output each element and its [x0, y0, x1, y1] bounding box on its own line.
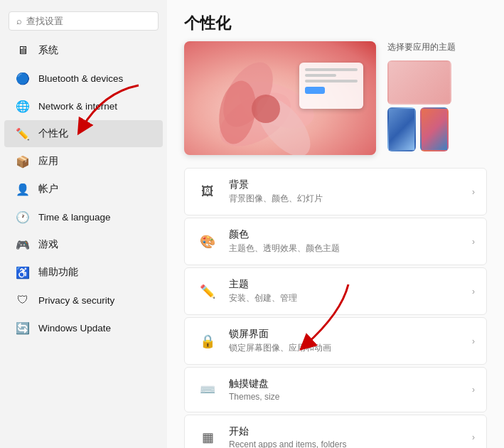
- settings-list: 🖼 背景 背景图像、颜色、幻灯片 › 🎨 颜色 主题色、透明效果、颜色主题 › …: [167, 168, 504, 448]
- svg-point-5: [252, 95, 280, 123]
- accessibility-icon: ♿: [16, 265, 30, 279]
- theme-section: 选择要应用的主题: [167, 41, 504, 155]
- sidebar-item-label-bluetooth: Bluetooth & devices: [38, 73, 123, 84]
- color-chevron: ›: [472, 237, 475, 247]
- gaming-icon: 🎮: [16, 238, 30, 252]
- theme-select-label: 选择要应用的主题: [387, 41, 456, 58]
- touch-text: 触摸键盘 Themes, size: [229, 378, 462, 402]
- touch-chevron: ›: [472, 385, 475, 395]
- bluetooth-icon: 🔵: [16, 71, 30, 85]
- search-input[interactable]: [26, 16, 151, 26]
- settings-item-touch[interactable]: ⌨️ 触摸键盘 Themes, size ›: [184, 367, 487, 412]
- touch-desc: Themes, size: [229, 392, 462, 402]
- touch-title: 触摸键盘: [229, 378, 462, 390]
- sidebar-item-system[interactable]: 🖥 系统: [4, 37, 163, 64]
- lockscreen-text: 锁屏界面 锁定屏幕图像、应用和动画: [229, 328, 462, 354]
- color-text: 颜色 主题色、透明效果、颜色主题: [229, 228, 462, 255]
- touch-icon: ⌨️: [196, 378, 219, 401]
- background-icon: 🖼: [196, 181, 219, 203]
- theme-thumb-row: [387, 107, 456, 151]
- color-icon: 🎨: [196, 230, 219, 253]
- sidebar-item-label-apps: 应用: [38, 155, 58, 168]
- background-text: 背景 背景图像、颜色、幻灯片: [229, 178, 462, 205]
- theme-thumb-3[interactable]: [420, 107, 449, 151]
- settings-item-theme[interactable]: ✏️ 主题 安装、创建、管理 ›: [184, 267, 487, 315]
- window-line-2: [305, 74, 336, 77]
- theme-icon: ✏️: [196, 280, 219, 303]
- window-button: [305, 87, 325, 94]
- start-desc: Recent apps and items, folders: [229, 439, 462, 448]
- sidebar-item-label-update: Windows Update: [38, 323, 111, 334]
- settings-item-color[interactable]: 🎨 颜色 主题色、透明效果、颜色主题 ›: [184, 218, 487, 265]
- sidebar-item-bluetooth[interactable]: 🔵 Bluetooth & devices: [4, 65, 163, 92]
- start-chevron: ›: [472, 432, 475, 442]
- window-mockup: [299, 63, 363, 109]
- sidebar-item-label-accessibility: 辅助功能: [38, 266, 78, 279]
- theme-thumb-2[interactable]: [387, 107, 416, 151]
- theme-thumbnails: 选择要应用的主题: [387, 41, 456, 151]
- lockscreen-chevron: ›: [472, 336, 475, 346]
- color-desc: 主题色、透明效果、颜色主题: [229, 242, 462, 255]
- start-text: 开始 Recent apps and items, folders: [229, 425, 462, 448]
- sidebar-item-accounts[interactable]: 👤 帐户: [4, 176, 163, 203]
- sidebar-item-personalize[interactable]: ✏️ 个性化: [4, 120, 163, 147]
- sidebar-item-label-accounts: 帐户: [38, 183, 58, 196]
- sidebar-item-label-network: Network & internet: [38, 101, 117, 112]
- theme-preview[interactable]: [184, 41, 376, 155]
- sidebar-item-apps[interactable]: 📦 应用: [4, 148, 163, 175]
- sidebar-item-label-gaming: 游戏: [38, 238, 58, 251]
- update-icon: 🔄: [16, 321, 30, 335]
- window-line-1: [305, 68, 358, 71]
- theme-title: 主题: [229, 278, 462, 291]
- search-icon: ⌕: [16, 16, 22, 26]
- lockscreen-title: 锁屏界面: [229, 328, 462, 341]
- theme-thumb-1[interactable]: [387, 60, 451, 105]
- theme-chevron: ›: [472, 287, 475, 297]
- settings-item-start[interactable]: ▦ 开始 Recent apps and items, folders ›: [184, 415, 487, 448]
- sidebar-search-area: ⌕: [0, 6, 167, 36]
- time-icon: 🕐: [16, 210, 30, 224]
- lockscreen-icon: 🔒: [196, 330, 219, 353]
- personalize-icon: ✏️: [16, 127, 30, 141]
- sidebar-item-label-time: Time & language: [38, 212, 111, 223]
- network-icon: 🌐: [16, 99, 30, 113]
- sidebar-item-network[interactable]: 🌐 Network & internet: [4, 92, 163, 119]
- sidebar-item-label-system: 系统: [38, 44, 58, 57]
- sidebar: ⌕ 🖥 系统 🔵 Bluetooth & devices 🌐 Network &…: [0, 0, 167, 448]
- sidebar-item-label-personalize: 个性化: [38, 127, 68, 140]
- sidebar-item-privacy[interactable]: 🛡 Privacy & security: [4, 287, 163, 314]
- lockscreen-desc: 锁定屏幕图像、应用和动画: [229, 342, 462, 354]
- theme-desc: 安装、创建、管理: [229, 292, 462, 304]
- sidebar-item-gaming[interactable]: 🎮 游戏: [4, 231, 163, 258]
- accounts-icon: 👤: [16, 182, 30, 196]
- theme-text: 主题 安装、创建、管理: [229, 278, 462, 304]
- search-box[interactable]: ⌕: [9, 11, 159, 31]
- background-chevron: ›: [472, 187, 475, 197]
- sidebar-item-update[interactable]: 🔄 Windows Update: [4, 314, 163, 341]
- start-title: 开始: [229, 425, 462, 438]
- background-title: 背景: [229, 178, 462, 191]
- apps-icon: 📦: [16, 154, 30, 169]
- start-icon: ▦: [196, 426, 219, 448]
- privacy-icon: 🛡: [16, 293, 30, 307]
- sidebar-item-accessibility[interactable]: ♿ 辅助功能: [4, 259, 163, 286]
- window-line-3: [305, 80, 358, 82]
- system-icon: 🖥: [16, 43, 30, 58]
- settings-item-background[interactable]: 🖼 背景 背景图像、颜色、幻灯片 ›: [184, 168, 487, 215]
- settings-item-lockscreen[interactable]: 🔒 锁屏界面 锁定屏幕图像、应用和动画 ›: [184, 317, 487, 365]
- main-content: 个性化: [167, 0, 504, 448]
- page-title: 个性化: [167, 0, 504, 41]
- nav-list: 🖥 系统 🔵 Bluetooth & devices 🌐 Network & i…: [0, 36, 167, 342]
- sidebar-item-time[interactable]: 🕐 Time & language: [4, 203, 163, 230]
- color-title: 颜色: [229, 228, 462, 241]
- sidebar-item-label-privacy: Privacy & security: [38, 295, 114, 306]
- background-desc: 背景图像、颜色、幻灯片: [229, 193, 462, 205]
